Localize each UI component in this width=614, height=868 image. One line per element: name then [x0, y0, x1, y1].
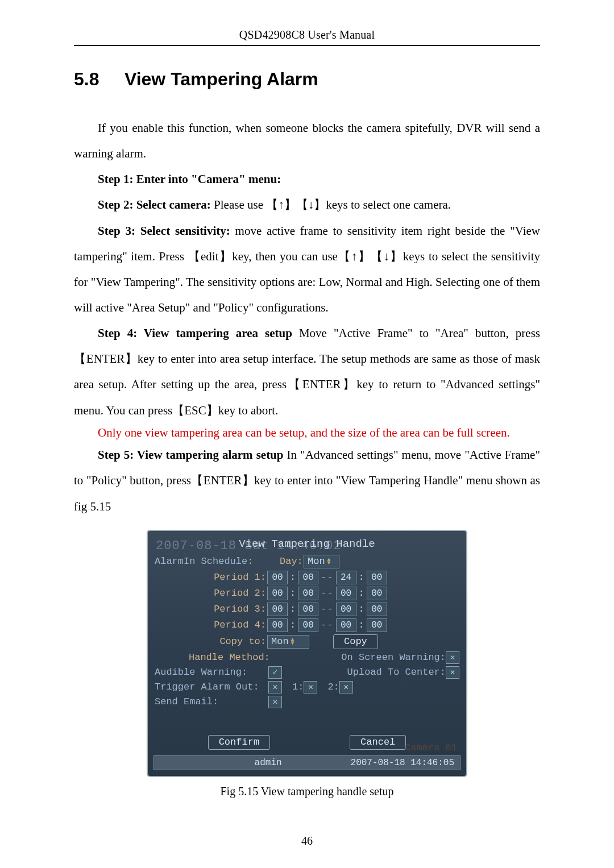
period-list: Period 1: 00 : 00 -- 24 : 00 Period 2: 0…: [155, 571, 459, 632]
on-screen-warning-label: On Screen Warning:: [341, 652, 446, 663]
section-heading: 5.8 View Tampering Alarm: [74, 69, 540, 90]
day-selector[interactable]: Mon ▲▼: [304, 555, 339, 568]
out1-label: 1:: [292, 682, 304, 692]
period-row: Period 4: 00 : 00 -- 00 : 00: [155, 618, 459, 632]
step-5: Step 5: View tampering alarm setup In "A…: [74, 442, 540, 519]
period-end-mm[interactable]: 00: [367, 603, 387, 616]
dvr-menu-screenshot: 2007-08-18 Sat 14:46:02 View Tampering H…: [147, 530, 467, 777]
step-4-lead: Step 4: View tampering area setup: [98, 326, 299, 340]
copy-button[interactable]: Copy: [333, 634, 378, 649]
trigger-row: Trigger Alarm Out: ✕ 1: ✕ 2: ✕: [155, 681, 459, 693]
schedule-day-row: AlarmIn Schedule: Day: Mon ▲▼: [155, 555, 459, 568]
upload-to-center-label: Upload To Center:: [347, 667, 446, 678]
body-text: If you enable this function, when someon…: [74, 115, 540, 520]
period-end-hh[interactable]: 00: [336, 587, 356, 600]
step-4: Step 4: View tampering area setup Move "…: [74, 321, 540, 423]
period-start-hh[interactable]: 00: [267, 618, 288, 632]
period-end-hh[interactable]: 00: [336, 618, 356, 632]
running-head: QSD42908C8 User's Manual: [74, 28, 540, 41]
figure-5-15: 2007-08-18 Sat 14:46:02 View Tampering H…: [147, 530, 467, 777]
step-2: Step 2: Select camera: Please use 【↑】【↓】…: [74, 192, 540, 218]
period-row: Period 2: 00 : 00 -- 00 : 00: [155, 587, 459, 600]
handle-method-row: Handle Method: On Screen Warning: ✕: [155, 651, 459, 664]
page-number: 46: [0, 834, 614, 848]
status-time: 2007-08-18 14:46:05: [319, 758, 460, 768]
step-2-lead: Step 2: Select camera:: [98, 198, 214, 211]
period-start-mm[interactable]: 00: [298, 618, 318, 632]
schedule-label: AlarmIn Schedule:: [155, 556, 280, 567]
period-row: Period 1: 00 : 00 -- 24 : 00: [155, 571, 459, 584]
day-value: Mon: [308, 556, 325, 567]
handle-method-label: Handle Method:: [155, 652, 302, 663]
step-3: Step 3: Select sensitivity: move active …: [74, 218, 540, 321]
status-bar: admin 2007-08-18 14:46:05: [154, 755, 460, 770]
camera-watermark: Camera 01: [405, 742, 457, 753]
period-end-mm[interactable]: 00: [367, 618, 387, 632]
out2-checkbox[interactable]: ✕: [339, 681, 353, 693]
day-label: Day:: [280, 556, 302, 567]
step-1: Step 1: Enter into "Camera" menu:: [74, 167, 540, 192]
warning-note: Only one view tampering area can be setu…: [74, 423, 540, 443]
period-start-hh[interactable]: 00: [267, 587, 288, 600]
copy-to-selector[interactable]: Mon ▲▼: [267, 635, 309, 649]
upload-to-center-checkbox[interactable]: ✕: [446, 666, 459, 679]
send-email-label: Send Email:: [155, 696, 268, 707]
period-start-hh[interactable]: 00: [267, 603, 288, 616]
spinner-icon: ▲▼: [291, 638, 299, 645]
cancel-button[interactable]: Cancel: [350, 735, 406, 750]
period-start-hh[interactable]: 00: [267, 571, 288, 584]
send-email-row: Send Email: ✕: [155, 696, 459, 708]
section-number: 5.8: [74, 69, 119, 90]
menu-title: View Tampering Handle: [155, 538, 459, 550]
period-end-mm[interactable]: 00: [367, 587, 387, 600]
period-end-mm[interactable]: 00: [367, 571, 387, 584]
step-2-text: Please use 【↑】【↓】keys to select one came…: [214, 198, 451, 211]
period-start-mm[interactable]: 00: [298, 603, 318, 616]
confirm-button[interactable]: Confirm: [208, 735, 270, 750]
step-5-lead: Step 5: View tampering alarm setup: [98, 448, 287, 462]
trigger-alarm-out-label: Trigger Alarm Out:: [155, 682, 268, 692]
period-row: Period 3: 00 : 00 -- 00 : 00: [155, 603, 459, 616]
on-screen-warning-checkbox[interactable]: ✕: [446, 651, 459, 664]
audible-warning-label: Audible Warning:: [155, 667, 268, 678]
period-label: Period 3:: [158, 604, 266, 614]
audible-warning-checkbox[interactable]: ✓: [268, 666, 282, 679]
period-label: Period 4:: [158, 620, 266, 630]
step-3-lead: Step 3: Select sensitivity:: [98, 224, 235, 238]
manual-page: QSD42908C8 User's Manual 5.8 View Tamper…: [0, 0, 614, 868]
period-start-mm[interactable]: 00: [298, 571, 318, 584]
period-end-hh[interactable]: 00: [336, 603, 356, 616]
header-rule: [74, 45, 540, 46]
send-email-checkbox[interactable]: ✕: [268, 696, 282, 708]
figure-caption: Fig 5.15 View tampering handle setup: [74, 785, 540, 798]
period-start-mm[interactable]: 00: [298, 587, 318, 600]
intro-paragraph: If you enable this function, when someon…: [74, 115, 540, 167]
step-1-bold: Step 1: Enter into "Camera" menu:: [98, 172, 281, 186]
copy-to-label: Copy to:: [158, 636, 266, 647]
period-label: Period 1:: [158, 572, 266, 583]
status-user: admin: [218, 758, 319, 768]
trigger-alarm-out-checkbox[interactable]: ✕: [268, 681, 282, 693]
copy-row: Copy to: Mon ▲▼ Copy: [155, 634, 459, 649]
period-label: Period 2:: [158, 588, 266, 599]
out1-checkbox[interactable]: ✕: [304, 681, 317, 693]
copy-to-value: Mon: [271, 636, 289, 647]
audible-upload-row: Audible Warning: ✓ Upload To Center: ✕: [155, 666, 459, 679]
out2-label: 2:: [327, 682, 339, 692]
spinner-icon: ▲▼: [327, 558, 335, 565]
period-end-hh[interactable]: 24: [336, 571, 356, 584]
section-title-text: View Tampering Alarm: [125, 69, 318, 89]
